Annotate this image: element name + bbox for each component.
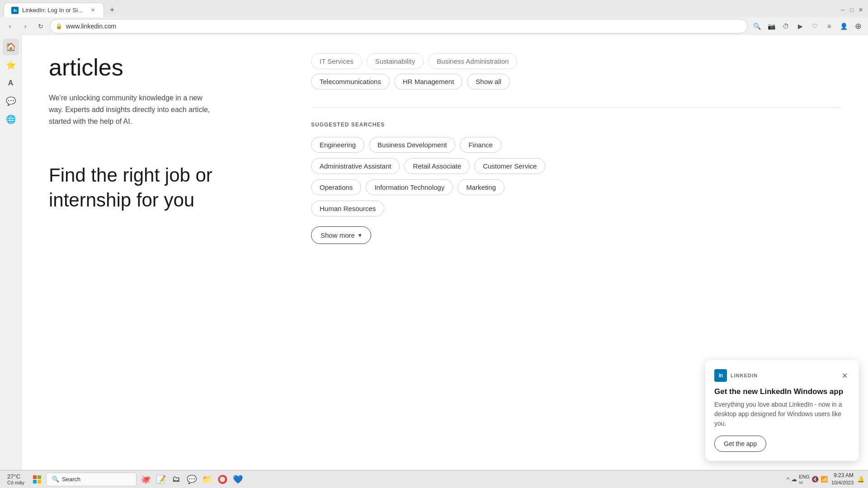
taskbar-search-text: Search bbox=[62, 476, 80, 483]
chevron-down-icon: ▾ bbox=[359, 232, 362, 239]
taskbar-temperature: 27°C bbox=[7, 473, 24, 480]
show-more-button[interactable]: Show more ▾ bbox=[311, 226, 371, 244]
close-window-button[interactable]: ✕ bbox=[857, 6, 864, 14]
jobs-title: Find the right job or internship for you bbox=[49, 163, 257, 212]
tag-sustainability[interactable]: Sustainability bbox=[367, 53, 424, 69]
jobs-heading: Find the right job or internship for you bbox=[49, 163, 257, 212]
popup-description: Everything you love about LinkedIn - now… bbox=[714, 400, 850, 428]
tab-favicon: in bbox=[11, 7, 19, 14]
tab-close-button[interactable]: ✕ bbox=[89, 7, 96, 14]
sidebar-icon-chat[interactable]: 💬 bbox=[3, 93, 19, 109]
tag-it-services[interactable]: IT Services bbox=[311, 53, 362, 69]
popup-brand: LINKEDIN bbox=[731, 373, 758, 378]
taskbar-app-opera[interactable]: ⭕ bbox=[215, 472, 230, 487]
tag-administrative-assistant[interactable]: Administrative Assistant bbox=[311, 158, 400, 174]
taskbar-system: ^ ☁ ENG VI 🔇 📶 9:23 AM 10/4/2023 🔔 bbox=[787, 472, 864, 486]
taskbar-icons: 🐙 📝 🗂 💬 📁 ⭕ 💙 bbox=[138, 472, 245, 487]
network-icon[interactable]: 📶 bbox=[821, 476, 828, 483]
taskbar-app-1[interactable]: 📝 bbox=[154, 472, 168, 487]
taskbar-app-avatar[interactable]: 🐙 bbox=[138, 472, 153, 487]
job-tags-row3: Operations Information Technology Market… bbox=[311, 179, 841, 195]
job-tags-row2: Administrative Assistant Retail Associat… bbox=[311, 158, 841, 174]
tag-engineering[interactable]: Engineering bbox=[311, 137, 364, 153]
tag-business-development[interactable]: Business Development bbox=[369, 137, 455, 153]
popup-logo: in LINKEDIN bbox=[714, 369, 758, 382]
svg-rect-3 bbox=[38, 480, 41, 483]
tag-customer-service[interactable]: Customer Service bbox=[474, 158, 545, 174]
tag-operations[interactable]: Operations bbox=[311, 179, 361, 195]
menu-button[interactable]: ≡ bbox=[823, 20, 835, 33]
articles-description: We're unlocking community knowledge in a… bbox=[49, 92, 212, 127]
sidebar-icon-favorites[interactable]: ⭐ bbox=[3, 57, 19, 73]
suggested-searches-section: SUGGESTED SEARCHES Engineering Business … bbox=[311, 122, 841, 244]
notification-popup: in LINKEDIN ✕ Get the new LinkedIn Windo… bbox=[705, 360, 859, 461]
taskbar-search-icon: 🔍 bbox=[52, 476, 59, 483]
svg-rect-0 bbox=[33, 475, 37, 479]
taskbar-weather-desc: Có mây bbox=[7, 480, 24, 485]
left-sidebar: 🏠 ⭐ A 💬 🌐 bbox=[0, 35, 22, 470]
tag-human-resources[interactable]: Human Resources bbox=[311, 201, 384, 216]
taskbar-avatar-placeholder: 🐙 bbox=[141, 474, 151, 484]
tag-marketing[interactable]: Marketing bbox=[458, 179, 505, 195]
sidebar-icon-home[interactable]: 🏠 bbox=[3, 39, 19, 55]
browser-tab[interactable]: in LinkedIn: Log In or Sign U ✕ bbox=[4, 3, 104, 17]
taskbar-app-4[interactable]: 📁 bbox=[200, 472, 214, 487]
articles-tags-row2: Telecommunications HR Management Show al… bbox=[311, 74, 841, 89]
taskbar-time[interactable]: 9:23 AM 10/4/2023 bbox=[831, 472, 854, 486]
taskbar-weather: 27°C Có mây bbox=[4, 473, 28, 485]
section-divider bbox=[311, 108, 841, 108]
timer-button[interactable]: ⏱ bbox=[779, 20, 792, 33]
refresh-button[interactable]: ↻ bbox=[34, 20, 47, 33]
lock-icon: 🔒 bbox=[56, 23, 62, 29]
minimize-button[interactable]: ─ bbox=[839, 6, 846, 14]
show-all-button[interactable]: Show all bbox=[467, 74, 510, 89]
tag-information-technology[interactable]: Information Technology bbox=[366, 179, 453, 195]
maximize-button[interactable]: □ bbox=[848, 6, 855, 14]
sidebar-icon-globe[interactable]: 🌐 bbox=[3, 111, 19, 127]
tag-telecommunications[interactable]: Telecommunications bbox=[311, 74, 390, 89]
extensions-button[interactable]: ⊕ bbox=[852, 20, 864, 33]
taskbar-app-2[interactable]: 🗂 bbox=[169, 472, 184, 487]
start-button[interactable] bbox=[30, 472, 44, 487]
title-bar: in LinkedIn: Log In or Sign U ✕ + ─ □ ✕ bbox=[0, 0, 868, 17]
tag-retail-associate[interactable]: Retail Associate bbox=[404, 158, 470, 174]
profile-button[interactable]: 👤 bbox=[837, 20, 850, 33]
tag-finance[interactable]: Finance bbox=[460, 137, 501, 153]
system-icons: ^ ☁ ENG VI 🔇 📶 bbox=[787, 474, 828, 485]
suggested-searches-label: SUGGESTED SEARCHES bbox=[311, 122, 841, 128]
articles-section: articles We're unlocking community knowl… bbox=[49, 53, 257, 127]
taskbar-app-3[interactable]: 💬 bbox=[184, 472, 199, 487]
popup-close-button[interactable]: ✕ bbox=[839, 370, 850, 381]
nav-bar: ‹ › ↻ 🔒 www.linkedin.com 🔍 📷 ⏱ ▶ ♡ ≡ 👤 ⊕ bbox=[0, 17, 868, 35]
tag-hr-management[interactable]: HR Management bbox=[394, 74, 462, 89]
window-controls: ─ □ ✕ bbox=[839, 6, 864, 14]
url-text: www.linkedin.com bbox=[66, 23, 742, 30]
articles-title: articles bbox=[49, 53, 257, 81]
svg-rect-1 bbox=[38, 475, 41, 479]
forward-button[interactable]: › bbox=[19, 20, 32, 33]
linkedin-icon: in bbox=[714, 369, 727, 382]
browser-actions: 🔍 📷 ⏱ ▶ ♡ ≡ 👤 ⊕ bbox=[750, 20, 864, 33]
lang-indicator: ENG VI bbox=[799, 474, 810, 485]
notification-icon[interactable]: 🔔 bbox=[857, 476, 864, 483]
search-action-button[interactable]: 🔍 bbox=[750, 20, 763, 33]
cast-button[interactable]: ▶ bbox=[794, 20, 807, 33]
job-tags-row1: Engineering Business Development Finance bbox=[311, 137, 841, 153]
chevron-up-icon[interactable]: ^ bbox=[787, 476, 789, 483]
popup-header: in LINKEDIN ✕ bbox=[714, 369, 850, 382]
articles-tags-row1: IT Services Sustainability Business Admi… bbox=[311, 53, 841, 69]
favorites-button[interactable]: ♡ bbox=[808, 20, 821, 33]
svg-rect-2 bbox=[33, 480, 37, 483]
volume-icon[interactable]: 🔇 bbox=[811, 476, 819, 483]
taskbar-app-code[interactable]: 💙 bbox=[231, 472, 245, 487]
taskbar-search[interactable]: 🔍 Search bbox=[46, 473, 137, 486]
tag-business-admin[interactable]: Business Administration bbox=[428, 53, 517, 69]
sidebar-icon-text[interactable]: A bbox=[3, 75, 19, 91]
articles-tags-section: IT Services Sustainability Business Admi… bbox=[311, 53, 841, 89]
address-bar[interactable]: 🔒 www.linkedin.com bbox=[50, 19, 748, 33]
cloud-icon[interactable]: ☁ bbox=[791, 476, 797, 483]
back-button[interactable]: ‹ bbox=[4, 20, 16, 33]
new-tab-button[interactable]: + bbox=[106, 4, 118, 16]
get-app-button[interactable]: Get the app bbox=[714, 436, 766, 452]
screenshot-button[interactable]: 📷 bbox=[765, 20, 778, 33]
